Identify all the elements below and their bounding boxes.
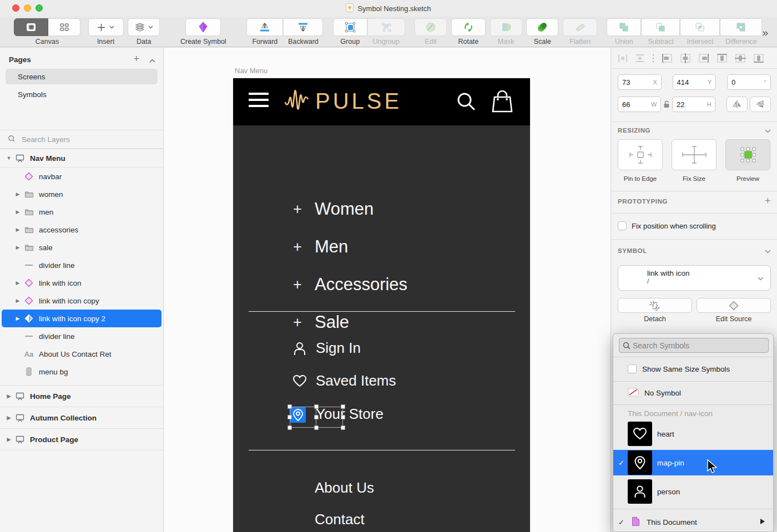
symbol-source-select[interactable]: link with icon / bbox=[618, 265, 771, 291]
flip-horizontal-button[interactable] bbox=[726, 97, 748, 112]
show-same-size-row[interactable]: Show Same Size Symbols bbox=[613, 361, 773, 377]
detach-symbol-button[interactable] bbox=[618, 298, 692, 313]
page-item-symbols[interactable]: Symbols bbox=[6, 87, 158, 102]
symbol-option-map-pin[interactable]: ✓ map-pin bbox=[613, 450, 773, 475]
add-prototyping-button[interactable]: + bbox=[765, 195, 771, 207]
layer-row-men[interactable]: ▶ men bbox=[0, 203, 163, 221]
forward-button[interactable] bbox=[246, 18, 283, 36]
intersect-button[interactable] bbox=[680, 18, 720, 36]
selection-handle[interactable] bbox=[314, 415, 319, 419]
x-input[interactable] bbox=[622, 78, 647, 87]
collapse-symbol-chevron[interactable] bbox=[765, 246, 771, 255]
layer-row-women[interactable]: ▶ women bbox=[0, 185, 163, 203]
create-symbol-button[interactable] bbox=[185, 18, 221, 36]
disclosure-closed-icon[interactable]: ▶ bbox=[6, 437, 12, 442]
layer-row-autumn-collection[interactable]: ▶ Autumn Collection bbox=[0, 407, 163, 428]
pin-to-edge-button[interactable] bbox=[618, 139, 663, 170]
layer-row-link-with-icon-copy[interactable]: ▶ link with icon copy bbox=[0, 292, 163, 310]
lock-ratio-button[interactable] bbox=[661, 100, 672, 108]
search-layers-input[interactable] bbox=[22, 135, 144, 144]
zoom-window-button[interactable] bbox=[36, 4, 43, 12]
disclosure-open-icon[interactable]: ▼ bbox=[6, 155, 12, 161]
width-input[interactable] bbox=[622, 100, 647, 109]
resizing-preview-button[interactable] bbox=[725, 139, 770, 170]
toolbar-overflow-chevron[interactable]: » bbox=[762, 27, 771, 39]
distribute-vertically-icon[interactable] bbox=[635, 54, 645, 63]
distribute-horizontally-icon[interactable] bbox=[618, 54, 628, 63]
align-left-icon[interactable] bbox=[662, 53, 673, 63]
align-center-vertical-icon[interactable] bbox=[735, 53, 746, 63]
layer-row-sale[interactable]: ▶ sale bbox=[0, 239, 163, 256]
layer-row-divider-line[interactable]: divider line bbox=[0, 256, 163, 274]
this-document-row[interactable]: ✓ This Document bbox=[613, 513, 773, 531]
x-field[interactable]: X bbox=[618, 74, 662, 90]
disclosure-closed-icon[interactable]: ▶ bbox=[14, 209, 21, 215]
scale-button[interactable] bbox=[526, 18, 558, 36]
add-page-button[interactable]: + bbox=[133, 55, 139, 64]
height-field[interactable]: H bbox=[672, 97, 715, 112]
flatten-button[interactable] bbox=[563, 18, 597, 36]
artboard-title[interactable]: Nav Menu bbox=[235, 67, 268, 75]
subtract-button[interactable] bbox=[641, 18, 680, 36]
backward-button[interactable] bbox=[283, 18, 323, 36]
selection-handle[interactable] bbox=[341, 425, 345, 430]
selection-handle[interactable] bbox=[287, 425, 292, 430]
canvas-view-button[interactable] bbox=[14, 18, 48, 36]
union-button[interactable] bbox=[607, 18, 641, 36]
ungroup-button[interactable] bbox=[367, 18, 405, 36]
y-field[interactable]: Y bbox=[673, 74, 717, 90]
symbol-option-person[interactable]: person bbox=[613, 479, 773, 504]
layer-row-home-page[interactable]: ▶ Home Page bbox=[0, 386, 163, 407]
group-button[interactable] bbox=[333, 18, 367, 36]
disclosure-closed-icon[interactable]: ▶ bbox=[6, 415, 12, 420]
align-right-icon[interactable] bbox=[698, 53, 709, 63]
mask-button[interactable] bbox=[490, 18, 522, 36]
layer-row-about-us-contact[interactable]: Aa About Us Contact Ret bbox=[0, 345, 163, 363]
minimize-window-button[interactable] bbox=[24, 4, 31, 12]
flip-vertical-button[interactable] bbox=[750, 97, 771, 112]
layer-row-divider-line-2[interactable]: divider line bbox=[0, 327, 163, 345]
layer-row-link-with-icon[interactable]: ▶ link with icon bbox=[0, 274, 163, 292]
selection-handle[interactable] bbox=[287, 404, 292, 409]
selection-handle[interactable] bbox=[341, 415, 345, 419]
edit-button[interactable] bbox=[415, 18, 447, 36]
data-button[interactable] bbox=[128, 18, 160, 36]
symbol-option-heart[interactable]: heart bbox=[613, 421, 773, 447]
disclosure-closed-icon[interactable]: ▶ bbox=[14, 227, 21, 232]
show-same-size-checkbox[interactable] bbox=[628, 364, 637, 373]
selection-handle[interactable] bbox=[314, 404, 319, 409]
selection-handle[interactable] bbox=[341, 404, 345, 409]
close-window-button[interactable] bbox=[12, 4, 19, 12]
collapse-pages-chevron[interactable] bbox=[149, 55, 155, 64]
page-item-screens[interactable]: Screens bbox=[6, 69, 158, 84]
rotate-button[interactable] bbox=[451, 18, 486, 36]
insert-button[interactable] bbox=[88, 18, 124, 36]
disclosure-closed-icon[interactable]: ▶ bbox=[14, 298, 21, 303]
selection-handle[interactable] bbox=[287, 415, 292, 419]
disclosure-closed-icon[interactable]: ▶ bbox=[14, 245, 21, 250]
disclosure-closed-icon[interactable]: ▶ bbox=[14, 191, 21, 197]
grid-view-button[interactable] bbox=[48, 18, 80, 36]
layer-row-nav-menu[interactable]: ▼ Nav Menu bbox=[0, 149, 163, 167]
layer-row-menu-bg[interactable]: menu bg bbox=[0, 363, 163, 381]
align-bottom-icon[interactable] bbox=[753, 53, 764, 63]
layer-row-product-page[interactable]: ▶ Product Page bbox=[0, 429, 163, 450]
disclosure-closed-icon[interactable]: ▶ bbox=[6, 393, 12, 399]
align-top-icon[interactable] bbox=[717, 53, 728, 63]
width-field[interactable]: W bbox=[618, 97, 661, 112]
symbol-search-input[interactable] bbox=[633, 341, 755, 350]
rotation-input[interactable] bbox=[731, 78, 756, 87]
symbol-search-field[interactable] bbox=[619, 338, 769, 353]
selection-handle[interactable] bbox=[314, 425, 319, 430]
y-input[interactable] bbox=[677, 78, 702, 87]
canvas-area[interactable]: Nav Menu PULSE + Women + Men + bbox=[164, 48, 610, 532]
rotation-field[interactable]: ° bbox=[727, 74, 771, 90]
difference-button[interactable] bbox=[720, 18, 762, 36]
layer-row-navbar[interactable]: navbar bbox=[0, 168, 163, 185]
layer-row-link-with-icon-copy-2[interactable]: ▶ link with icon copy 2 bbox=[2, 310, 162, 327]
nav-menu-artboard[interactable]: PULSE + Women + Men + Accessories + Sale bbox=[233, 78, 530, 532]
height-input[interactable] bbox=[677, 100, 702, 109]
align-center-horizontal-icon[interactable] bbox=[680, 53, 691, 63]
disclosure-closed-icon[interactable]: ▶ bbox=[14, 280, 21, 286]
layer-row-accessories[interactable]: ▶ accessories bbox=[0, 221, 163, 239]
